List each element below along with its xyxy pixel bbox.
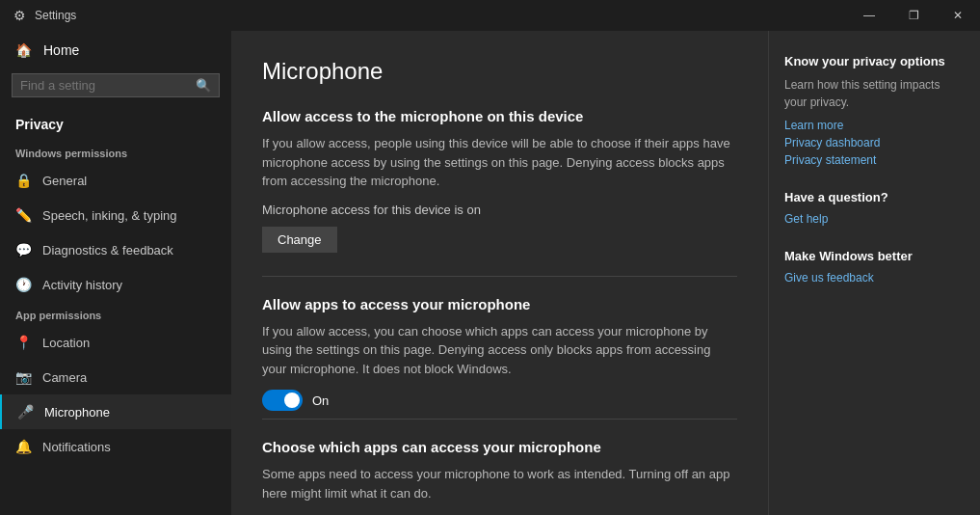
- titlebar-controls: — ❐ ✕: [847, 0, 980, 31]
- sidebar-item-diagnostics[interactable]: 💬 Diagnostics & feedback: [0, 232, 231, 267]
- sidebar-item-microphone[interactable]: 🎤 Microphone: [0, 394, 231, 429]
- minimize-button[interactable]: —: [847, 0, 891, 31]
- location-icon: 📍: [15, 335, 31, 350]
- section3-heading: Choose which apps can access your microp…: [262, 439, 737, 455]
- get-help-link[interactable]: Get help: [784, 212, 965, 226]
- question-section: Have a question? Get help: [784, 190, 965, 226]
- main-toggle-label: On: [312, 393, 329, 408]
- privacy-options-desc: Learn how this setting impacts your priv…: [784, 76, 965, 111]
- feedback-heading: Make Windows better: [784, 249, 965, 263]
- sidebar-item-home[interactable]: 🏠 Home: [0, 31, 231, 69]
- main-toggle-row: On: [262, 390, 737, 411]
- search-box[interactable]: 🔍: [12, 73, 220, 97]
- sidebar-item-notifications[interactable]: 🔔 Notifications: [0, 429, 231, 464]
- sidebar-item-general-label: General: [42, 174, 87, 188]
- sidebar-item-speech[interactable]: ✏️ Speech, inking, & typing: [0, 198, 231, 232]
- titlebar: ⚙ Settings — ❐ ✕: [0, 0, 980, 31]
- change-button[interactable]: Change: [262, 227, 337, 253]
- sidebar-item-diagnostics-label: Diagnostics & feedback: [42, 243, 173, 258]
- home-icon: 🏠: [15, 42, 32, 58]
- privacy-options-section: Know your privacy options Learn how this…: [784, 54, 965, 167]
- sidebar-item-activity-label: Activity history: [42, 278, 122, 292]
- privacy-statement-link[interactable]: Privacy statement: [784, 153, 965, 167]
- general-icon: 🔒: [15, 173, 31, 188]
- windows-permissions-section-label: Windows permissions: [0, 140, 231, 163]
- device-status: Microphone access for this device is on: [262, 203, 737, 217]
- privacy-options-heading: Know your privacy options: [784, 54, 965, 68]
- app-permissions-section-label: App permissions: [0, 302, 231, 325]
- divider2: [262, 419, 737, 420]
- diagnostics-icon: 💬: [15, 242, 31, 258]
- microphone-icon: 🎤: [17, 404, 33, 420]
- search-input[interactable]: [20, 78, 190, 93]
- sidebar-item-general[interactable]: 🔒 General: [0, 163, 231, 198]
- section2-heading: Allow apps to access your microphone: [262, 296, 737, 312]
- sidebar: 🏠 Home 🔍 Privacy Windows permissions 🔒 G…: [0, 31, 231, 515]
- privacy-dashboard-link[interactable]: Privacy dashboard: [784, 136, 965, 149]
- section1-heading: Allow access to the microphone on this d…: [262, 108, 737, 124]
- sidebar-item-activity[interactable]: 🕐 Activity history: [0, 267, 231, 302]
- toggle-knob: [284, 393, 300, 408]
- home-label: Home: [43, 42, 79, 58]
- activity-icon: 🕐: [15, 277, 31, 292]
- content-area: Microphone Allow access to the microphon…: [231, 31, 768, 515]
- main-toggle[interactable]: [262, 390, 303, 411]
- page-title: Microphone: [262, 58, 737, 85]
- section3-desc: Some apps need to access your microphone…: [262, 465, 737, 502]
- give-feedback-link[interactable]: Give us feedback: [784, 271, 965, 285]
- privacy-label: Privacy: [0, 109, 231, 140]
- sidebar-item-notifications-label: Notifications: [42, 440, 111, 454]
- camera-icon: 📷: [15, 369, 31, 385]
- sidebar-item-microphone-label: Microphone: [44, 405, 110, 420]
- sidebar-item-location-label: Location: [42, 336, 90, 350]
- section2-desc: If you allow access, you can choose whic…: [262, 322, 737, 379]
- section1-desc: If you allow access, people using this d…: [262, 134, 737, 191]
- main-layout: 🏠 Home 🔍 Privacy Windows permissions 🔒 G…: [0, 31, 980, 515]
- sidebar-item-location[interactable]: 📍 Location: [0, 325, 231, 360]
- right-panel: Know your privacy options Learn how this…: [768, 31, 980, 515]
- titlebar-left: ⚙ Settings: [12, 8, 76, 23]
- learn-more-link[interactable]: Learn more: [784, 119, 965, 132]
- close-button[interactable]: ✕: [936, 0, 980, 31]
- search-icon[interactable]: 🔍: [196, 78, 211, 93]
- maximize-button[interactable]: ❐: [891, 0, 936, 31]
- settings-icon: ⚙: [12, 8, 27, 23]
- titlebar-title: Settings: [35, 9, 76, 22]
- sidebar-item-speech-label: Speech, inking, & typing: [42, 208, 176, 223]
- question-heading: Have a question?: [784, 190, 965, 204]
- speech-icon: ✏️: [15, 207, 31, 223]
- divider1: [262, 276, 737, 277]
- sidebar-item-camera-label: Camera: [42, 370, 87, 385]
- sidebar-item-camera[interactable]: 📷 Camera: [0, 360, 231, 394]
- feedback-section: Make Windows better Give us feedback: [784, 249, 965, 285]
- notifications-icon: 🔔: [15, 439, 31, 454]
